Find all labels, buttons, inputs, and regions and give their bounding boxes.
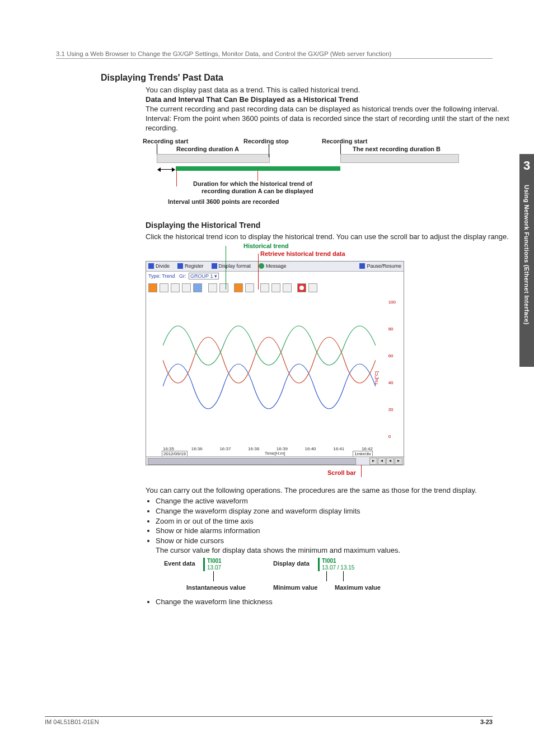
display-format-icon <box>212 263 217 269</box>
chart-toolbar-2: Type: Trend Gr: GROUP 1 ▾ <box>146 272 404 282</box>
y-axis-ticks: 100 80 60 40 20 0 <box>388 300 396 440</box>
scroll-right-icon[interactable]: ▸ <box>369 458 377 465</box>
chart-panel: Divide Register Display format Message P… <box>146 261 404 465</box>
callout-retrieve: Retrieve historical trend data <box>260 250 345 258</box>
tool-icon-4[interactable] <box>182 283 191 292</box>
callout-scroll-bar: Scroll bar <box>327 469 356 477</box>
chapter-number: 3 <box>519 154 534 173</box>
scroll-first-icon[interactable]: ◂ <box>378 458 386 465</box>
chart-toolbar-1: Divide Register Display format Message P… <box>146 262 404 272</box>
scroll-next-icon[interactable]: ▸ <box>395 458 402 465</box>
tag-event: TI001 13.07 <box>203 558 224 571</box>
select-group[interactable]: GROUP 1 ▾ <box>189 273 219 279</box>
label-type-trend: Type: Trend <box>148 273 175 279</box>
label-gr: Gr: <box>179 273 186 279</box>
retrieve-hist-icon[interactable] <box>297 283 306 292</box>
timing-diagram: Recording start Recording stop Recording… <box>146 137 515 210</box>
bullet-4: Show or hide alarms information <box>156 526 515 536</box>
label-duration-a: Recording duration A <box>176 145 239 153</box>
chart-waves <box>163 300 376 434</box>
divide-icon <box>148 263 154 269</box>
chart-plot-area: 100 80 60 40 20 0 TIs[°C] 16:35 16:36 16… <box>146 294 404 456</box>
subheading-data-interval: Data and Interval That Can Be Displayed … <box>146 95 515 105</box>
label-hist-line2: recording duration A can be displayed <box>202 187 313 195</box>
menu-pause-resume[interactable]: Pause/Resume <box>359 263 401 270</box>
bullet-6: Change the waveform line thickness <box>156 598 515 607</box>
cursor-value-diagram: Event data TI001 13.07 Display data TI00… <box>156 558 515 597</box>
tool-icon-10[interactable] <box>260 283 269 292</box>
scroll-thumb[interactable] <box>148 458 356 465</box>
chart-toolbar-3 <box>146 282 404 294</box>
label-recording-start-1: Recording start <box>143 137 188 145</box>
label-next-duration-b: The next recording duration B <box>353 145 441 153</box>
bullet-3: Zoom in or out of the time axis <box>156 517 515 526</box>
menu-message[interactable]: Message <box>259 263 287 270</box>
label-min-value: Minimum value <box>273 584 317 591</box>
tool-icon-5[interactable] <box>193 283 202 292</box>
section-heading: Displaying Trends' Past Data <box>101 73 493 83</box>
para-interval: Interval: From the point when 3600 point… <box>146 114 515 133</box>
bullet-5-detail: The cursor value for display data shows … <box>156 546 515 556</box>
tool-icon-2[interactable] <box>160 283 168 292</box>
label-display-data: Display data <box>273 559 310 567</box>
scroll-prev-icon[interactable]: ◂ <box>386 458 394 465</box>
tool-icon-12[interactable] <box>283 283 292 292</box>
pause-icon <box>359 263 365 269</box>
breadcrumb: 3.1 Using a Web Browser to Change the GX… <box>56 50 493 59</box>
menu-divide[interactable]: Divide <box>148 263 170 270</box>
message-icon <box>259 263 264 269</box>
intro-text: You can display past data as a trend. Th… <box>146 86 515 95</box>
x-axis-label: Time[H:m] <box>265 451 285 456</box>
label-max-value: Maximum value <box>335 584 381 591</box>
label-instantaneous: Instantaneous value <box>186 584 246 591</box>
page-footer: IM 04L51B01-01EN 3-23 <box>45 716 493 725</box>
subheading-displaying-hist: Displaying the Historical Trend <box>146 220 515 230</box>
footer-doc-number: IM 04L51B01-01EN <box>45 718 99 725</box>
label-recording-start-2: Recording start <box>322 137 367 145</box>
hist-trend-icon[interactable] <box>234 283 243 292</box>
hist-paragraph: Click the historical trend icon to displ… <box>146 232 515 242</box>
register-icon <box>177 263 183 269</box>
menu-display-format[interactable]: Display format <box>212 263 251 270</box>
footer-page-number: 3-23 <box>480 718 493 725</box>
menu-register[interactable]: Register <box>177 263 204 270</box>
para-current-recording: The current recording and past recording… <box>146 105 515 114</box>
callout-hist-trend: Historical trend <box>243 242 289 250</box>
tool-icon-9[interactable] <box>245 283 254 292</box>
tool-icon-14[interactable] <box>308 283 317 292</box>
tool-icon-3[interactable] <box>171 283 180 292</box>
bullet-2: Change the waveform display zone and wav… <box>156 507 515 516</box>
page-content: 3.1 Using a Web Browser to Change the GX… <box>45 50 493 608</box>
y-axis-label: TIs[°C] <box>374 371 380 385</box>
ops-paragraph: You can carry out the following operatio… <box>146 486 515 496</box>
zoom-out-icon[interactable] <box>219 283 228 292</box>
zoom-in-icon[interactable] <box>208 283 217 292</box>
label-interval-3600: Interval until 3600 points are recorded <box>168 198 279 206</box>
bullet-1: Change the active waveform <box>156 497 515 506</box>
tool-icon-11[interactable] <box>271 283 280 292</box>
tag-display: TI001 13.07 / 13.15 <box>318 558 357 571</box>
label-event-data: Event data <box>164 559 195 567</box>
scroll-bar-row: ▸ ◂ ◂ ▸ <box>146 456 404 465</box>
chapter-title-vertical: Using Network Functions (Ethernet Interf… <box>523 185 530 325</box>
label-recording-stop: Recording stop <box>243 137 289 145</box>
bullet-5: Show or hide cursors The cursor value fo… <box>156 536 515 597</box>
side-tab: 3 Using Network Functions (Ethernet Inte… <box>519 154 534 367</box>
tool-icon-1[interactable] <box>148 283 157 292</box>
